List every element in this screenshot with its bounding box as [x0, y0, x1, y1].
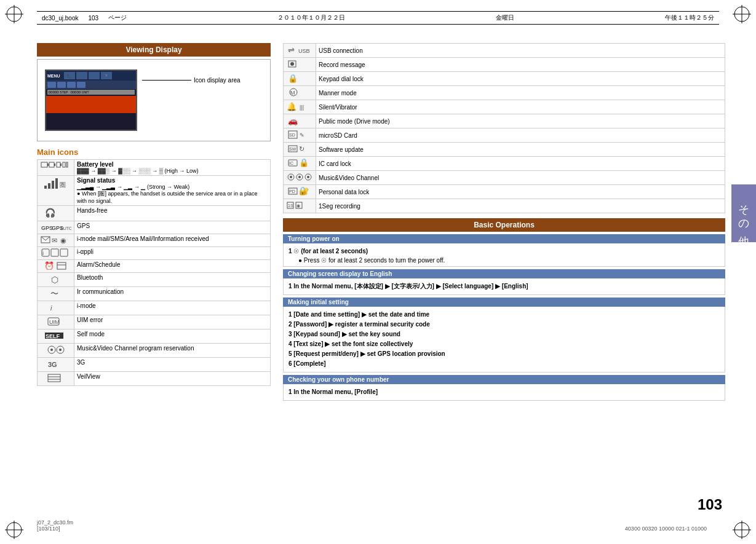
personal-label: Personal data lock — [316, 185, 725, 199]
svg-point-80 — [307, 176, 309, 178]
svg-text:🚗: 🚗 — [288, 116, 298, 125]
right-column: ⇌ USB USB connection — [283, 43, 725, 507]
side-tab-text: その他 — [738, 197, 750, 230]
icon-cell: 🎧 — [38, 206, 74, 221]
svg-rect-12 — [41, 162, 47, 167]
table-row: VeilView — [38, 372, 271, 386]
svg-point-59 — [290, 62, 294, 66]
main-content: Viewing Display MENU 📞 — [37, 43, 725, 507]
icon-cell — [284, 171, 316, 185]
svg-text:SELF: SELF — [46, 333, 60, 339]
bluetooth-label-cell: Bluetooth — [74, 273, 271, 287]
reg-mark-br — [733, 521, 751, 539]
table-row: i i-αppli — [38, 247, 271, 260]
icon-cell: 1S ◉ — [284, 199, 316, 213]
table-row: i i-mode — [38, 301, 271, 315]
silent-label: Silent/Vibrator — [316, 100, 725, 114]
icon-cell: SELF — [38, 329, 74, 344]
alarm-icon: ⏰ — [44, 261, 68, 270]
record-icon — [287, 59, 312, 69]
iccard-icon: IC 🔒 — [287, 158, 312, 168]
ir-label-cell: Ir communication — [74, 287, 271, 301]
imode-icon: i — [50, 302, 62, 312]
svg-point-76 — [290, 176, 292, 178]
table-row: ⇌ USB USB connection — [284, 44, 725, 58]
table-row: Music&Video Channel — [284, 171, 725, 185]
phone-orange-bar — [46, 96, 136, 113]
svg-rect-18 — [63, 162, 65, 167]
svg-text:🔒: 🔒 — [288, 73, 298, 83]
svg-rect-23 — [55, 178, 58, 189]
veilview-icon — [47, 373, 65, 383]
svg-text:✉: ✉ — [52, 237, 57, 244]
header-date: ２０１０年１０月２２日 — [277, 14, 345, 22]
svg-text:UIM: UIM — [49, 319, 60, 325]
icon-cell: 3G — [38, 358, 74, 372]
phone-screen: MENU 📞 ? — [45, 69, 137, 131]
header-file: dc30_uj.book — [42, 15, 79, 22]
signal-label-cell: Signal status ▁▂▃▄ → ▁▂▃ → ▁▂ → ▁ (Stron… — [74, 176, 271, 206]
table-row: Record message — [284, 58, 725, 72]
svg-rect-16 — [57, 162, 60, 167]
self-icon: SELF — [44, 331, 68, 341]
manner-icon: M — [287, 87, 312, 97]
table-row: SW ↻ Software update — [284, 143, 725, 157]
svg-text:AUTO: AUTO — [60, 226, 71, 231]
icon-cell: i — [38, 301, 74, 315]
reg-mark-tl — [5, 5, 23, 23]
icon-display-area — [46, 81, 136, 89]
table-row: GPS GPS AUTO GPS — [38, 221, 271, 234]
table-row: 3G 3G — [38, 358, 271, 372]
reg-mark-bl — [5, 521, 23, 539]
svg-rect-39 — [57, 262, 66, 269]
svg-text:i: i — [50, 304, 52, 312]
basic-operations-section: Basic Operations Turning power on 1 ☉ (f… — [283, 218, 725, 401]
making-initial-header: Making initial setting — [283, 298, 725, 307]
svg-text:🔔: 🔔 — [287, 101, 297, 111]
public-label: Public mode (Drive mode) — [316, 114, 725, 128]
svg-text:i: i — [42, 250, 44, 256]
icon-cell: 〜 — [38, 287, 74, 301]
mail-icon: ✉ ◉ — [41, 235, 71, 244]
keypad-icon: 🔒 — [287, 73, 312, 83]
step-3: 3 [Keypad sound] ▶ set the key sound — [288, 330, 720, 339]
page-outer: dc30_uj.book 103 ページ ２０１０年１０月２２日 金曜日 午後１… — [0, 0, 756, 544]
usb-icon: ⇌ USB — [287, 45, 312, 55]
uim-label-cell: UIM error — [74, 315, 271, 329]
icon-cell: 🔔 ||| — [284, 100, 316, 114]
icon-cell: ⏰ — [38, 260, 74, 273]
header-unit: ページ — [108, 14, 127, 22]
appli-label-cell: i-αppli — [74, 247, 271, 260]
silent-icon: 🔔 ||| — [286, 101, 313, 111]
table-row: SD ✎ microSD Card — [284, 128, 725, 143]
1seg-label: 1Seg recording — [316, 199, 725, 213]
icon-display-label-container: Icon display area — [142, 77, 241, 84]
software-icon: SW ↻ — [287, 144, 312, 154]
software-label: Software update — [316, 143, 725, 157]
table-row: 🎧 Hands-free — [38, 206, 271, 221]
making-initial-content: 1 [Date and time setting] ▶ set the date… — [283, 307, 725, 373]
right-icons-table: ⇌ USB USB connection — [283, 43, 725, 213]
svg-point-78 — [298, 176, 301, 178]
table-row: PD 🔐 Personal data lock — [284, 185, 725, 199]
checking-phone-content: 1 In the Normal menu, [Profile] — [283, 384, 725, 401]
svg-text:IC: IC — [289, 161, 293, 165]
icon-display-area-label: Icon display area — [194, 77, 241, 84]
svg-rect-21 — [48, 183, 50, 189]
changing-screen-content: 1 In the Normal menu, [本体設定] ▶ [文字表示/入力]… — [283, 278, 725, 295]
personal-icon: PD 🔐 — [287, 186, 312, 196]
table-row: Music&Video Channel program reservation — [38, 344, 271, 358]
table-row: 🔒 Keypad dial lock — [284, 72, 725, 86]
svg-text:SD: SD — [289, 133, 295, 137]
step-1: 1 [Date and time setting] ▶ set the date… — [288, 310, 720, 319]
musicvideo-icon — [286, 172, 313, 182]
left-column: Viewing Display MENU 📞 — [37, 43, 271, 507]
svg-text:↻: ↻ — [299, 145, 304, 152]
icon-cell: ⇌ USB — [284, 44, 316, 58]
icon-cell: 圏 — [38, 176, 74, 206]
icon-cell: ✉ ◉ — [38, 234, 74, 247]
microsd-label: microSD Card — [316, 128, 725, 143]
mail-label-cell: i-mode mail/SMS/Area Mail/Information re… — [74, 234, 271, 247]
svg-text:🔒: 🔒 — [299, 158, 309, 168]
3g-label-cell: 3G — [74, 358, 271, 372]
